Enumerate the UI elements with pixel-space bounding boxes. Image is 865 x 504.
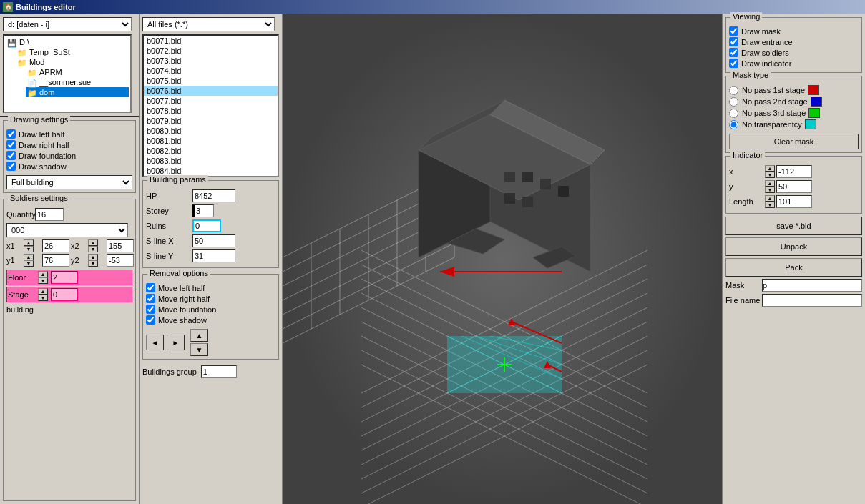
y2-input[interactable] [107, 254, 134, 267]
draw-right-half-checkbox[interactable] [6, 140, 16, 149]
stage-input[interactable] [51, 288, 78, 301]
no-pass-3rd-radio[interactable] [729, 109, 738, 118]
pack-btn[interactable]: Pack [725, 258, 862, 277]
sline-y-input[interactable] [192, 249, 235, 262]
sline-x-input[interactable] [192, 234, 235, 247]
tree-label: __sommer.sue [39, 78, 91, 87]
y2-up-btn[interactable]: ▲ [88, 254, 98, 260]
draw-shadow-checkbox[interactable] [6, 162, 16, 171]
file-item[interactable]: b0073.bld [144, 56, 278, 66]
anim-down-btn[interactable]: ▼ [190, 343, 208, 356]
y1-input[interactable] [42, 254, 69, 267]
indicator-length-input[interactable] [776, 195, 812, 208]
drive-select[interactable]: d: [daten - i] [3, 17, 132, 31]
indicator-length-up[interactable]: ▲ [765, 195, 775, 202]
stage-down-btn[interactable]: ▼ [38, 295, 48, 301]
storey-input[interactable] [192, 204, 214, 217]
x2-input[interactable] [107, 239, 134, 252]
x1-up-btn[interactable]: ▲ [24, 239, 34, 246]
stage-spinners: ▲ ▼ [38, 288, 48, 301]
tree-item-dom[interactable]: 📁 dom [26, 87, 129, 97]
floor-up-btn[interactable]: ▲ [38, 271, 48, 277]
file-item[interactable]: b0079.bld [144, 116, 278, 126]
anim-prev-btn[interactable]: ◄ [146, 335, 164, 350]
file-item[interactable]: b0075.bld [144, 76, 278, 86]
tree-item-drive[interactable]: 💾 D:\ [6, 37, 129, 47]
tree-item-mod[interactable]: 📁 Mod [16, 57, 129, 67]
quantity-input[interactable] [35, 208, 64, 221]
tree-label: APRM [39, 68, 62, 76]
x2-down-btn[interactable]: ▼ [88, 246, 98, 252]
indicator-y-down[interactable]: ▼ [765, 187, 775, 193]
file-item[interactable]: b0080.bld [144, 126, 278, 136]
move-right-half-row: Move right half [146, 294, 275, 303]
file-filter-select[interactable]: All files (*.*) [142, 17, 275, 31]
y2-down-btn[interactable]: ▼ [88, 260, 98, 267]
folder-icon: 📁 [27, 69, 37, 76]
floor-down-btn[interactable]: ▼ [38, 277, 48, 284]
filename-input[interactable] [762, 294, 862, 307]
floor-input[interactable] [51, 271, 78, 284]
file-list[interactable]: b0071.bld b0072.bld b0073.bld b0074.bld … [142, 34, 279, 177]
move-foundation-checkbox[interactable] [146, 305, 155, 314]
file-item[interactable]: b0083.bld [144, 156, 278, 166]
file-item[interactable]: b0082.bld [144, 146, 278, 156]
indicator-length-down[interactable]: ▼ [765, 202, 775, 208]
mask-input[interactable] [762, 279, 862, 292]
indicator-x-label: x [729, 167, 765, 176]
move-left-half-checkbox[interactable] [146, 283, 155, 292]
file-item[interactable]: b0077.bld [144, 96, 278, 106]
draw-left-half-checkbox[interactable] [6, 129, 16, 139]
save-bld-btn[interactable]: save *.bld [725, 217, 862, 235]
y1-label: y1 [6, 256, 22, 265]
clear-mask-btn[interactable]: Clear mask [729, 134, 859, 149]
filename-row: File name [725, 294, 862, 307]
buildings-group-input[interactable] [201, 365, 237, 378]
file-browser: d: [daten - i] 💾 D:\ 📁 Temp_SuSt 📁 Mod 📁 [0, 14, 139, 117]
folder-tree[interactable]: 💾 D:\ 📁 Temp_SuSt 📁 Mod 📁 APRM 📄 [3, 34, 132, 113]
soldiers-type-select[interactable]: 000 [6, 223, 128, 237]
app-title: Buildings editor [16, 3, 76, 11]
file-item[interactable]: b0072.bld [144, 46, 278, 56]
no-transparency-radio[interactable] [729, 120, 738, 129]
tree-item-sommer[interactable]: 📄 __sommer.sue [26, 77, 129, 87]
draw-foundation-checkbox[interactable] [6, 151, 16, 160]
y1-up-btn[interactable]: ▲ [24, 254, 34, 260]
no-pass-2nd-radio[interactable] [729, 97, 738, 107]
indicator-y-input[interactable] [776, 180, 812, 193]
tree-item-aprm[interactable]: 📁 APRM [26, 67, 129, 77]
main-container: d: [daten - i] 💾 D:\ 📁 Temp_SuSt 📁 Mod 📁 [0, 14, 865, 504]
center-viewport[interactable] [283, 14, 722, 504]
file-item[interactable]: b0071.bld [144, 36, 278, 46]
draw-entrance-checkbox[interactable] [729, 37, 738, 46]
hp-input[interactable] [192, 189, 235, 202]
tree-item-temp[interactable]: 📁 Temp_SuSt [16, 47, 129, 57]
indicator-x-up[interactable]: ▲ [765, 165, 775, 172]
indicator-y-up[interactable]: ▲ [765, 180, 775, 187]
move-shadow-checkbox[interactable] [146, 315, 155, 325]
no-pass-1st-radio[interactable] [729, 86, 738, 95]
file-item[interactable]: b0074.bld [144, 66, 278, 76]
draw-mask-checkbox[interactable] [729, 26, 738, 36]
file-item[interactable]: b0084.bld [144, 166, 278, 176]
indicator-x-row: x ▲ ▼ [729, 165, 859, 178]
file-item[interactable]: b0078.bld [144, 106, 278, 116]
x1-input[interactable] [42, 239, 69, 252]
anim-next-btn[interactable]: ► [167, 335, 185, 350]
move-right-half-checkbox[interactable] [146, 294, 155, 303]
y1-down-btn[interactable]: ▼ [24, 260, 34, 267]
ruins-input[interactable] [192, 219, 221, 232]
view-mode-select[interactable]: Full building Left half Right half Found… [6, 175, 132, 189]
draw-indicator-checkbox[interactable] [729, 59, 738, 68]
indicator-x-down[interactable]: ▼ [765, 172, 775, 178]
anim-up-btn[interactable]: ▲ [190, 329, 208, 342]
x2-up-btn[interactable]: ▲ [88, 239, 98, 246]
draw-soldiers-checkbox[interactable] [729, 48, 738, 57]
indicator-x-input[interactable] [776, 165, 812, 178]
stage-up-btn[interactable]: ▲ [38, 288, 48, 295]
x1-down-btn[interactable]: ▼ [24, 246, 34, 252]
file-item-selected[interactable]: b0076.bld [144, 86, 278, 96]
unpack-btn[interactable]: Unpack [725, 237, 862, 256]
draw-mask-row: Draw mask [729, 26, 859, 36]
file-item[interactable]: b0081.bld [144, 136, 278, 146]
